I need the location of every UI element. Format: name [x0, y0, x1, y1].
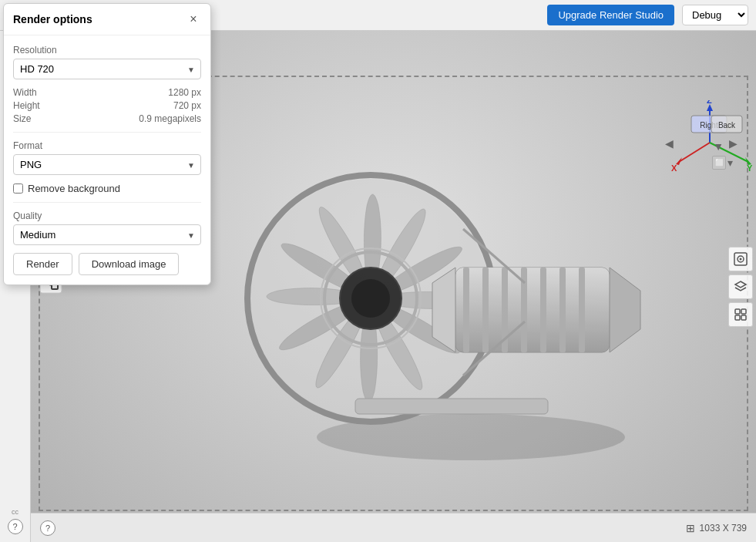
topbar-right: Upgrade Render Studio Debug Release Prof…	[547, 5, 748, 25]
engine-core	[432, 268, 640, 352]
cube-right-arrow[interactable]: ▶	[729, 137, 738, 150]
bottom-bar: ? ⊞ 1033 X 739	[31, 513, 756, 542]
resolution-select-wrapper: HD 720 Full HD 1080 4K UHD Custom ▼	[13, 59, 201, 79]
svg-rect-17	[482, 268, 489, 352]
bottom-bar-left: ?	[40, 520, 55, 536]
svg-line-29	[679, 143, 710, 162]
svg-text:Z: Z	[707, 100, 712, 105]
svg-rect-50	[735, 315, 740, 320]
height-label: Height	[13, 100, 40, 111]
svg-rect-27	[355, 399, 548, 414]
action-buttons: Render Download image	[13, 253, 201, 275]
svg-text:Back: Back	[718, 121, 736, 130]
right-toolbar	[725, 244, 756, 330]
svg-point-13	[351, 279, 390, 318]
width-value: 1280 px	[168, 87, 201, 98]
orientation-axes-svg: Z X Y Right Back	[664, 100, 756, 177]
render-panel: Render options × Resolution HD 720 Full …	[3, 3, 211, 285]
orientation-cube[interactable]: Z X Y Right Back ◀ ▶ ⬜ ▾ ▼	[664, 100, 741, 170]
debug-select[interactable]: Debug Release Profile	[682, 5, 748, 25]
panel-header: Render options ×	[4, 4, 210, 35]
quality-row: Quality Low Medium High Ultra ▼	[13, 210, 201, 245]
remove-background-checkbox[interactable]	[13, 183, 23, 194]
panel-title: Render options	[13, 13, 92, 25]
rt-btn-3[interactable]	[728, 302, 753, 327]
svg-rect-16	[463, 268, 469, 352]
resolution-label: Resolution	[13, 45, 201, 56]
svg-rect-22	[579, 268, 585, 352]
divider-2	[13, 202, 201, 203]
resolution-select[interactable]: HD 720 Full HD 1080 4K UHD Custom	[13, 59, 201, 79]
cube-down-arrow[interactable]: ▼	[713, 140, 724, 153]
svg-rect-15	[455, 268, 610, 352]
close-panel-button[interactable]: ×	[186, 12, 201, 27]
cube-icon-btn[interactable]: ⬜	[712, 156, 726, 170]
render-button[interactable]: Render	[13, 253, 72, 275]
height-value: 720 px	[173, 100, 201, 111]
download-image-button[interactable]: Download image	[79, 253, 180, 275]
cc-label: cc	[12, 508, 18, 516]
remove-background-label[interactable]: Remove background	[28, 183, 120, 194]
panel-body: Resolution HD 720 Full HD 1080 4K UHD Cu…	[4, 35, 210, 284]
size-value: 0.9 megapixels	[139, 113, 201, 124]
format-row: Format PNG JPEG EXR TIFF ▼	[13, 140, 201, 175]
svg-rect-48	[735, 309, 740, 314]
svg-rect-51	[741, 315, 746, 320]
quality-select[interactable]: Low Medium High Ultra	[13, 224, 201, 245]
upgrade-button[interactable]: Upgrade Render Studio	[547, 5, 674, 25]
sidebar-bottom: cc ?	[8, 508, 23, 534]
size-label: Size	[13, 113, 31, 124]
engine-svg	[201, 129, 664, 476]
bottom-bar-right: ⊞ 1033 X 739	[686, 522, 747, 534]
width-row: Width 1280 px	[13, 87, 201, 98]
cube-right-area: ▶	[729, 137, 738, 150]
cube-bottom-controls: ⬜ ▾ ▼	[712, 156, 733, 170]
rt-btn-2[interactable]	[728, 274, 753, 299]
quality-select-wrapper: Low Medium High Ultra ▼	[13, 224, 201, 245]
svg-text:Y: Y	[747, 163, 753, 173]
viewport-dimensions: 1033 X 739	[700, 523, 747, 534]
resolution-row: Resolution HD 720 Full HD 1080 4K UHD Cu…	[13, 45, 201, 79]
svg-rect-20	[540, 268, 546, 352]
bottom-help-btn[interactable]: ?	[40, 520, 55, 536]
height-row: Height 720 px	[13, 100, 201, 111]
rt-btn-1[interactable]	[728, 247, 753, 271]
format-select-wrapper: PNG JPEG EXR TIFF ▼	[13, 154, 201, 175]
svg-rect-49	[741, 309, 746, 314]
remove-background-row: Remove background	[13, 183, 201, 194]
cube-dropdown-btn[interactable]: ▾	[727, 157, 733, 169]
divider-1	[13, 132, 201, 133]
svg-rect-21	[559, 268, 566, 352]
svg-marker-31	[707, 104, 713, 111]
format-select[interactable]: PNG JPEG EXR TIFF	[13, 154, 201, 175]
dimensions-icon: ⊞	[686, 522, 695, 534]
cube-left-arrow[interactable]: ◀	[665, 137, 674, 150]
width-label: Width	[13, 87, 37, 98]
svg-text:X: X	[671, 163, 677, 173]
sidebar-help-btn[interactable]: ?	[8, 519, 23, 534]
quality-label: Quality	[13, 210, 201, 221]
svg-point-47	[740, 258, 742, 260]
format-label: Format	[13, 140, 201, 151]
size-row: Size 0.9 megapixels	[13, 113, 201, 124]
cube-nav-arrows: ◀	[665, 137, 674, 150]
